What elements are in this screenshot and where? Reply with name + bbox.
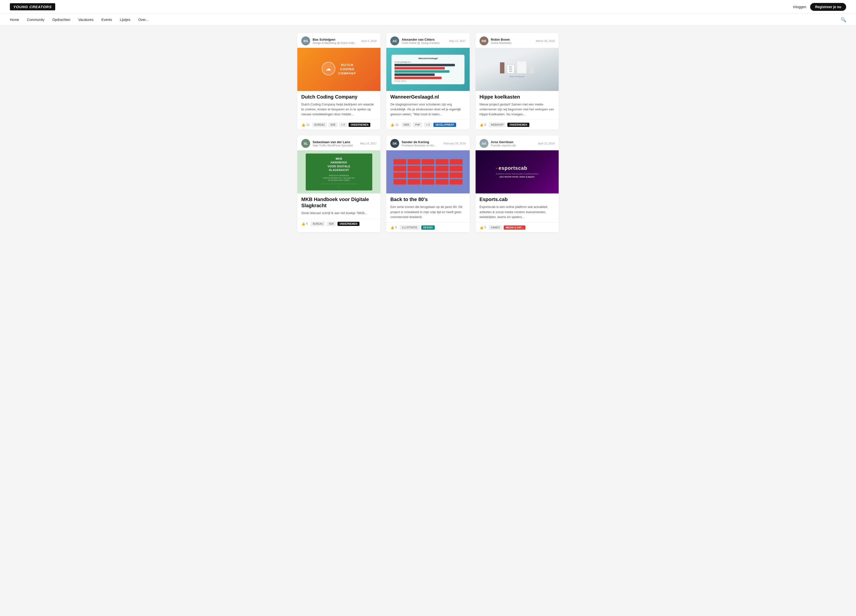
card-author: RB Robin Boom Online Marketeer March 30,… bbox=[476, 33, 559, 48]
author-role: Founder esports.cab bbox=[491, 144, 536, 147]
author-role: Freelance Illustrator en Ani... bbox=[402, 144, 441, 147]
register-button[interactable]: Registreer je nu bbox=[810, 3, 846, 11]
tag-ondernemen[interactable]: ONDERNEMEN bbox=[337, 222, 359, 226]
card-author: SK Sander de Koning Freelance Illustrato… bbox=[386, 135, 470, 150]
card-title: Back to the 80's bbox=[390, 197, 465, 203]
card-body: Dutch Coding Company Dutch Coding Compan… bbox=[297, 91, 380, 120]
card-back-to-80s: SK Sander de Koning Freelance Illustrato… bbox=[386, 135, 470, 232]
header: YOUNG CREATORS Inloggen Registreer je nu bbox=[0, 0, 856, 14]
likes-count: 👍 6 bbox=[390, 226, 397, 229]
nav-item-events[interactable]: Events bbox=[101, 18, 112, 22]
card-title: Esports.cab bbox=[480, 197, 555, 203]
post-date: February 28, 2018 bbox=[443, 142, 466, 145]
header-actions: Inloggen Registreer je nu bbox=[793, 3, 846, 11]
svg-point-3 bbox=[339, 186, 340, 187]
card-body: Back to the 80's Een serie iconen die te… bbox=[386, 194, 470, 222]
site-logo: YOUNG CREATORS bbox=[10, 3, 55, 10]
nav-item-opdrachten[interactable]: Opdrachten bbox=[52, 18, 70, 22]
card-author: AG Arno Gerritsen Founder esports.cab Ap… bbox=[476, 135, 559, 150]
card-author: SL Sebastiaan van der Lans High-Traffic … bbox=[297, 135, 380, 150]
author-role: Chief Online @ Young Creators bbox=[402, 41, 447, 45]
author-name: Arno Gerritsen bbox=[491, 140, 536, 144]
author-role: Design & Marketing @ Dutch Codi... bbox=[313, 41, 359, 45]
card-body: WanneerGeslaagd.nl De slagingsnormen voo… bbox=[386, 91, 470, 120]
avatar: AC bbox=[390, 37, 399, 45]
author-name: Robin Boom bbox=[491, 38, 534, 41]
card-image: ▪ esportscab A delivery service that pro… bbox=[476, 150, 559, 194]
author-role: Online Marketeer bbox=[491, 41, 534, 45]
card-body: Hippe koelkasten Nieuw project gestart! … bbox=[476, 91, 559, 120]
likes-count: 👍 9 bbox=[480, 123, 486, 127]
card-image: WanneerGeslaagd Je bent geslaagd als... … bbox=[386, 48, 470, 91]
svg-point-1 bbox=[339, 187, 339, 187]
card-footer: 👍 10 WEB PHP + 3 DEVELOPMENT bbox=[386, 120, 470, 130]
tag-ondernemen[interactable]: ONDERNEMEN bbox=[349, 123, 370, 127]
card-author: AC Alexander van Citters Chief Online @ … bbox=[386, 33, 470, 48]
avatar: BS bbox=[301, 37, 310, 45]
card-title: MKB Handboek voor Digitale Slagkracht bbox=[301, 197, 376, 209]
post-date: April 4, 2018 bbox=[362, 40, 377, 42]
search-icon[interactable]: 🔍 bbox=[841, 17, 846, 22]
tag-ondernemen[interactable]: ONDERNEMEN bbox=[507, 123, 529, 127]
tag-webshop[interactable]: WEBSHOP bbox=[489, 123, 505, 127]
avatar: RB bbox=[480, 37, 488, 45]
tag-media[interactable]: MEDIA & ENT... bbox=[504, 226, 525, 230]
card-image: MCMXXIII Hippe Koelkasten bbox=[476, 48, 559, 91]
author-role: High-Traffic WordPress Specialist bbox=[313, 144, 358, 147]
tag-bureau[interactable]: BUREAU bbox=[311, 221, 325, 226]
card-mkb-handboek: SL Sebastiaan van der Lans High-Traffic … bbox=[297, 135, 380, 232]
card-footer: 👍 6 ILLUSTRATIE DESIGN bbox=[386, 223, 470, 232]
tag-bureau[interactable]: BUREAU bbox=[313, 123, 327, 127]
nav-item-over[interactable]: Over... bbox=[138, 18, 148, 22]
avatar: SK bbox=[390, 139, 399, 148]
author-name: Sebastiaan van der Lans bbox=[313, 140, 358, 144]
avatar: AG bbox=[480, 139, 488, 148]
tag-b2b[interactable]: B2B bbox=[327, 221, 336, 226]
card-author: BS Bas Schleijpen Design & Marketing @ D… bbox=[297, 33, 380, 48]
card-image bbox=[386, 150, 470, 194]
svg-point-2 bbox=[339, 186, 339, 187]
card-footer: 👍 12 BUREAU B2B + 4 ONDERNEMEN bbox=[297, 120, 380, 130]
author-name: Alexander van Citters bbox=[402, 38, 447, 41]
tag-games[interactable]: GAMES bbox=[489, 225, 502, 230]
card-esports-cab: AG Arno Gerritsen Founder esports.cab Ap… bbox=[476, 135, 559, 232]
nav-item-community[interactable]: Community bbox=[27, 18, 45, 22]
nav-item-vacatures[interactable]: Vacatures bbox=[78, 18, 94, 22]
post-date: April 13, 2018 bbox=[538, 142, 555, 145]
card-body: Esports.cab Esportscab is een online pla… bbox=[476, 194, 559, 222]
card-wanneer-geslaagd: AC Alexander van Citters Chief Online @ … bbox=[386, 33, 470, 130]
card-description: Sinds februari schrijf ik aan het boekje… bbox=[301, 210, 376, 216]
card-footer: 👍 5 GAMES MEDIA & ENT... bbox=[476, 223, 559, 232]
avatar: SL bbox=[301, 139, 310, 148]
cards-grid: BS Bas Schleijpen Design & Marketing @ D… bbox=[297, 33, 559, 232]
card-description: Esportscab is een online platform wat ac… bbox=[480, 204, 555, 219]
likes-count: 👍 10 bbox=[390, 123, 399, 127]
tag-b2b[interactable]: B2B bbox=[329, 123, 337, 127]
card-body: MKB Handboek voor Digitale Slagkracht Si… bbox=[297, 194, 380, 218]
tag-development[interactable]: DEVELOPMENT bbox=[433, 123, 456, 127]
nav-item-lijstjes[interactable]: Lijstjes bbox=[120, 18, 131, 22]
tag-more[interactable]: + 4 bbox=[339, 123, 346, 127]
post-date: March 30, 2018 bbox=[536, 40, 555, 42]
main-content: BS Bas Schleijpen Design & Marketing @ D… bbox=[293, 26, 563, 240]
author-info: Bas Schleijpen Design & Marketing @ Dutc… bbox=[313, 38, 359, 45]
card-title: Hippe koelkasten bbox=[480, 94, 555, 100]
likes-count: 👍 5 bbox=[480, 226, 486, 229]
tag-php[interactable]: PHP bbox=[413, 123, 422, 127]
login-button[interactable]: Inloggen bbox=[793, 5, 806, 9]
card-image: ☁ DUTCHCODINGCOMPANY bbox=[297, 48, 380, 91]
author-info: Sebastiaan van der Lans High-Traffic Wor… bbox=[313, 140, 358, 147]
tag-illustratie[interactable]: ILLUSTRATIE bbox=[400, 225, 419, 230]
post-date: May 14, 2017 bbox=[360, 142, 377, 145]
author-name: Sander de Koning bbox=[402, 140, 441, 144]
likes-count: 👍 6 bbox=[301, 222, 308, 226]
tag-more[interactable]: + 3 bbox=[424, 123, 431, 127]
tag-design[interactable]: DESIGN bbox=[421, 226, 435, 230]
card-title: WanneerGeslaagd.nl bbox=[390, 94, 465, 100]
author-name: Bas Schleijpen bbox=[313, 38, 359, 41]
post-date: May 13, 2017 bbox=[449, 40, 466, 42]
author-info: Sander de Koning Freelance Illustrator e… bbox=[402, 140, 441, 147]
tag-web[interactable]: WEB bbox=[402, 123, 411, 127]
nav-item-home[interactable]: Home bbox=[10, 18, 19, 22]
author-info: Alexander van Citters Chief Online @ You… bbox=[402, 38, 447, 45]
